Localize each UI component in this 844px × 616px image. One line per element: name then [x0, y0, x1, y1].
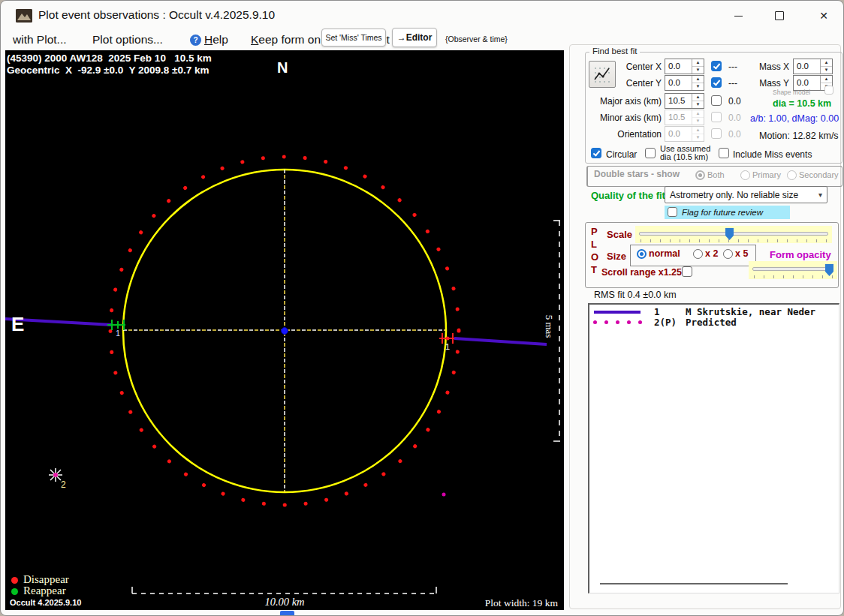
observer2-dots-swatch — [593, 320, 646, 324]
vertical-scale-label: 5 mas — [543, 308, 555, 344]
double-stars-both-radio — [695, 170, 705, 180]
double-stars-secondary-label: Secondary — [799, 170, 839, 179]
double-stars-label: Double stars - show — [594, 169, 680, 179]
quality-value: Astrometry only. No reliable size — [670, 190, 798, 200]
chord1-right-number: 1 — [445, 342, 450, 351]
scale-slider-track[interactable] — [639, 232, 828, 236]
use-assumed-dia-checkbox[interactable] — [645, 148, 656, 158]
form-opacity-label: Form opacity — [770, 249, 831, 260]
maximize-icon — [775, 11, 784, 20]
maximize-button[interactable] — [763, 5, 796, 26]
include-miss-label: Include Miss events — [733, 149, 812, 160]
mass-x-arrows[interactable]: ▲▼ — [820, 59, 832, 74]
center-x-label: Center X — [592, 62, 662, 72]
star2-center-dot — [53, 473, 58, 477]
observer1-name[interactable]: M Skrutskie, near Neder — [686, 306, 815, 317]
size-normal-radio[interactable] — [637, 249, 647, 259]
minor-axis-value: 10.5 — [665, 110, 692, 125]
quality-dropdown[interactable]: Astrometry only. No reliable size ▾ — [665, 186, 827, 203]
center-y-status: --- — [728, 78, 737, 89]
minor-axis-spinner[interactable]: 10.5 ▲▼ — [665, 110, 704, 125]
plot-letter-l: L — [591, 239, 597, 250]
minor-axis-status: 0.0 — [728, 113, 741, 123]
minor-axis-checkbox — [711, 112, 722, 122]
orientation-status: 0.0 — [728, 129, 741, 140]
observer2-name[interactable]: Predicted — [686, 317, 737, 328]
double-stars-primary-radio — [740, 170, 750, 180]
mass-x-value: 0.0 — [794, 59, 820, 74]
east-label: E — [11, 313, 24, 336]
include-miss-checkbox[interactable] — [719, 148, 729, 158]
double-stars-primary-label: Primary — [752, 170, 781, 179]
minor-axis-label: Minor axis (km) — [585, 113, 662, 123]
list-separator-line — [600, 583, 788, 584]
center-x-checkbox[interactable] — [711, 61, 722, 71]
orientation-spinner[interactable]: 0.0 ▲▼ — [665, 126, 704, 142]
center-dot — [282, 328, 288, 335]
circular-checkbox[interactable] — [591, 148, 601, 158]
size-x5-radio[interactable] — [723, 249, 733, 259]
plot-letter-o: O — [591, 251, 598, 263]
rms-fit-label: RMS fit 0.4 ±0.0 km — [594, 290, 677, 300]
taskbar-peek-accent — [280, 611, 294, 615]
ab-dmag-readout: a/b: 1.00, dMag: 0.00 — [750, 113, 839, 124]
disappear-dot — [446, 337, 450, 341]
orientation-arrows: ▲▼ — [692, 127, 704, 141]
chord1-right-segment[interactable] — [454, 338, 547, 344]
chord1-left-number: 1 — [116, 329, 120, 338]
quality-label: Quality of the fit — [591, 190, 665, 201]
horizontal-scale-label: 10.00 km — [228, 596, 341, 608]
center-x-spinner[interactable]: 0.0 ▲▼ — [665, 59, 704, 74]
plot-version-label: Occult 4.2025.9.10 — [10, 598, 81, 607]
center-y-checkbox[interactable] — [711, 77, 722, 88]
menu-with-plot[interactable]: with Plot... — [13, 33, 67, 47]
major-axis-arrows[interactable]: ▲▼ — [692, 94, 704, 108]
center-y-arrows[interactable]: ▲▼ — [692, 76, 704, 90]
major-axis-checkbox[interactable] — [711, 95, 722, 106]
center-y-label: Center Y — [592, 78, 662, 89]
close-button[interactable]: ✕ — [807, 5, 840, 26]
plot-canvas[interactable]: (45390) 2000 AW128 2025 Feb 10 10.5 km G… — [5, 50, 564, 610]
flag-review-checkbox[interactable] — [668, 207, 677, 217]
close-icon: ✕ — [819, 11, 828, 21]
size-normal-label: normal — [649, 248, 680, 259]
center-y-value: 0.0 — [665, 76, 692, 90]
app-window: Plot event observations : Occult v.4.202… — [0, 0, 844, 616]
flag-review-label: Flag for future review — [682, 208, 763, 217]
menu-plot-options[interactable]: Plot options... — [92, 33, 163, 47]
plot-letter-t: T — [591, 264, 597, 275]
plot-title-line1: (45390) 2000 AW128 2025 Feb 10 10.5 km — [7, 53, 212, 64]
star2-number: 2 — [61, 479, 66, 490]
plot-graphics — [5, 50, 564, 610]
scale-slider-thumb[interactable] — [725, 228, 734, 240]
orientation-checkbox — [711, 128, 722, 139]
shape-model-label: Shape model — [773, 89, 810, 96]
menu-help[interactable]: Help — [204, 33, 228, 47]
minimize-icon — [734, 16, 743, 17]
app-icon — [16, 9, 32, 23]
size-label: Size — [607, 251, 626, 262]
observer-list[interactable] — [588, 303, 839, 593]
major-axis-spinner[interactable]: 10.5 ▲▼ — [665, 93, 704, 109]
mass-x-spinner[interactable]: 0.0 ▲▼ — [793, 59, 833, 74]
mass-y-label: Mass Y — [752, 78, 789, 89]
scroll-range-checkbox[interactable] — [682, 266, 692, 277]
form-opacity-track[interactable] — [752, 267, 833, 271]
scale-slider[interactable] — [635, 226, 832, 243]
observer2-number[interactable]: 2(P) — [654, 317, 677, 328]
plot-width-label: Plot width: 19 km — [423, 597, 558, 609]
form-opacity-slider[interactable] — [749, 261, 837, 279]
size-x2-radio[interactable] — [693, 249, 703, 259]
scale-label: Scale — [607, 229, 632, 240]
observer1-number[interactable]: 1 — [654, 306, 660, 317]
center-y-spinner[interactable]: 0.0 ▲▼ — [665, 75, 704, 91]
find-best-fit-label: Find best fit — [589, 47, 640, 56]
set-miss-times-button[interactable]: Set 'Miss' Times — [321, 29, 386, 47]
disappear-legend-dot — [11, 577, 18, 584]
minimize-button[interactable] — [722, 5, 755, 26]
editor-button[interactable]: →Editor — [392, 28, 437, 47]
size-x5-label: x 5 — [735, 248, 748, 259]
form-opacity-thumb[interactable] — [825, 264, 833, 276]
shape-model-checkbox[interactable] — [824, 86, 833, 95]
center-x-arrows[interactable]: ▲▼ — [692, 59, 704, 74]
